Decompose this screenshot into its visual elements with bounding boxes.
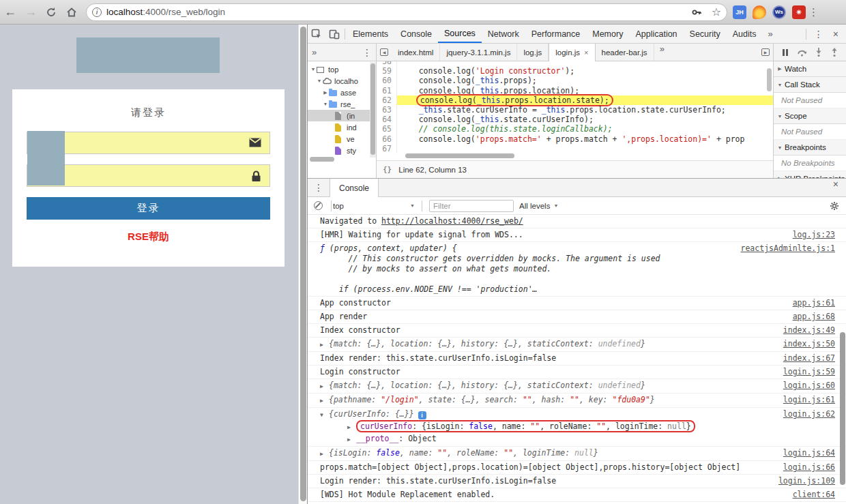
editor-vscrollbar[interactable] (767, 68, 772, 91)
code-editor[interactable]: 58 59 console.log('Login constructor');6… (377, 61, 773, 160)
line-number[interactable]: 63 (377, 105, 397, 115)
console-source-link[interactable]: log.js:23 (793, 230, 835, 240)
log-level-selector[interactable]: All levels ▼ (519, 202, 558, 210)
code-line-58[interactable]: 58 (377, 61, 773, 66)
drawer-close-icon[interactable]: × (830, 179, 846, 196)
console-source-link[interactable]: app.js:61 (793, 298, 835, 308)
reload-icon[interactable] (41, 3, 61, 22)
console-source-link[interactable]: login.js:66 (783, 462, 835, 473)
expand-triangle-icon[interactable]: ▶ (347, 434, 356, 445)
expand-triangle-icon[interactable]: ▶ (320, 381, 329, 391)
devtools-close-icon[interactable]: × (830, 29, 846, 40)
line-number[interactable]: 64 (377, 115, 397, 124)
file-tab-index.html[interactable]: index.html (392, 44, 440, 61)
navigator-more-tabs-icon[interactable]: » (312, 47, 317, 57)
code-line-67[interactable]: 67 (377, 144, 773, 153)
tree-item-asse[interactable]: ▶asse (308, 87, 376, 98)
console-source-link[interactable]: reactjsAdminlte.js:1 (741, 243, 835, 254)
bookmark-star-icon[interactable]: ☆ (712, 5, 721, 18)
sidebar-section-call-stack[interactable]: ▼Call Stack (774, 77, 846, 93)
more-file-tabs-icon[interactable]: » (654, 44, 670, 61)
extension-flame-icon[interactable] (753, 5, 766, 19)
tab-memory[interactable]: Memory (586, 25, 629, 43)
line-number[interactable]: 60 (377, 76, 397, 85)
tab-network[interactable]: Network (482, 25, 525, 43)
expand-triangle-icon[interactable]: ▶ (320, 340, 329, 350)
show-debugger-icon[interactable]: ▶ (758, 44, 773, 61)
pause-icon[interactable] (781, 48, 789, 57)
console-source-link[interactable]: index.js:49 (783, 325, 835, 336)
tree-item-sty[interactable]: sty (308, 145, 376, 156)
tab-application[interactable]: Application (629, 25, 683, 43)
console-source-link[interactable]: app.js:68 (793, 312, 835, 322)
tab-console[interactable]: Console (394, 25, 438, 43)
line-number[interactable]: 65 (377, 124, 397, 134)
navigator-vscrollbar[interactable] (370, 62, 376, 158)
console-source-link[interactable]: login.js:61 (783, 395, 835, 405)
console-source-link[interactable]: login.js:60 (783, 381, 835, 391)
code-line-63[interactable]: 63 _this.state.curUserInfo = _this.props… (377, 105, 773, 115)
file-tab-login.js[interactable]: login.js× (549, 44, 595, 61)
page-info-icon[interactable]: i (92, 8, 102, 17)
line-number[interactable]: 59 (377, 66, 397, 76)
editor-hscrollbar[interactable] (405, 153, 514, 158)
step-into-icon[interactable] (815, 48, 823, 57)
more-tabs-icon[interactable]: » (762, 29, 778, 39)
login-button[interactable]: 登录 (27, 197, 270, 220)
expand-triangle-icon[interactable]: ▼ (320, 410, 329, 420)
tree-item-in[interactable]: (in (308, 110, 376, 121)
code-line-60[interactable]: 60 console.log(_this.props); (377, 76, 773, 85)
page-scrollbar-thumb[interactable] (300, 27, 306, 501)
devtools-menu-icon[interactable]: ⋮ (808, 29, 830, 40)
tree-item-rse[interactable]: ▼rse_ (308, 98, 376, 110)
help-link[interactable]: RSE帮助 (12, 231, 285, 243)
line-number[interactable]: 66 (377, 134, 397, 144)
expand-triangle-icon[interactable]: ▶ (320, 396, 329, 406)
show-navigator-icon[interactable]: ◀ (377, 44, 392, 61)
address-bar[interactable]: i localhost:4000/rse_web/login ☆ (86, 3, 727, 21)
code-line-65[interactable]: 65 // console.log(this.state.loginCallba… (377, 124, 773, 134)
page-scrollbar[interactable] (298, 25, 307, 504)
console-source-link[interactable]: login.js:64 (783, 448, 835, 458)
sidebar-section-scope[interactable]: ▼Scope (774, 108, 846, 124)
code-line-62[interactable]: 62 console.log(_this.props.location.stat… (377, 95, 773, 105)
home-icon[interactable] (61, 3, 82, 22)
console-source-link[interactable]: login.js:109 (778, 476, 835, 486)
tree-item-ve[interactable]: ve (308, 133, 376, 145)
tab-audits[interactable]: Audits (727, 25, 763, 43)
pretty-print-icon[interactable]: {} (383, 165, 392, 174)
drawer-menu-icon[interactable]: ⋮ (308, 179, 330, 196)
browser-menu-icon[interactable]: ⋮ (806, 6, 826, 18)
tab-performance[interactable]: Performance (525, 25, 587, 43)
inspect-element-icon[interactable] (308, 25, 325, 43)
console-settings-gear-icon[interactable] (830, 201, 839, 211)
file-tab-log.js[interactable]: log.js (517, 44, 549, 61)
info-badge-icon[interactable]: i (418, 411, 426, 419)
line-number[interactable]: 62 (377, 95, 397, 105)
tab-sources[interactable]: Sources (438, 25, 482, 43)
tab-security[interactable]: Security (684, 25, 727, 43)
line-number[interactable]: 61 (377, 86, 397, 95)
step-out-icon[interactable] (830, 48, 838, 57)
context-selector[interactable]: top ▼ (333, 202, 420, 210)
line-number[interactable]: 58 (377, 61, 397, 66)
console-source-link[interactable]: login.js:62 (783, 409, 835, 419)
extension-red-icon[interactable]: ✳ (792, 5, 806, 19)
tree-item-ind[interactable]: ind (308, 121, 376, 133)
console-source-link[interactable]: index.js:50 (783, 339, 835, 349)
code-line-59[interactable]: 59 console.log('Login constructor'); (377, 66, 773, 76)
step-over-icon[interactable] (797, 48, 808, 57)
device-toolbar-icon[interactable] (325, 25, 343, 43)
file-tab-header-bar.js[interactable]: header-bar.js (596, 44, 654, 61)
console-source-link[interactable]: index.js:67 (783, 353, 835, 364)
code-line-64[interactable]: 64 console.log(_this.state.curUserInfo); (377, 115, 773, 124)
console-scrollbar-thumb[interactable] (840, 332, 845, 485)
extension-jh-icon[interactable]: JH (733, 5, 746, 19)
tree-item-localho[interactable]: ▼localho (308, 75, 376, 87)
expand-triangle-icon[interactable]: ▶ (347, 422, 356, 432)
sidebar-section-watch[interactable]: ▶Watch (774, 61, 846, 77)
extension-ws-icon[interactable]: Ws (772, 5, 786, 19)
sidebar-section-breakpoints[interactable]: ▼Breakpoints (774, 140, 846, 155)
line-number[interactable]: 67 (377, 144, 397, 153)
tree-item-top[interactable]: ▼top (308, 63, 376, 75)
